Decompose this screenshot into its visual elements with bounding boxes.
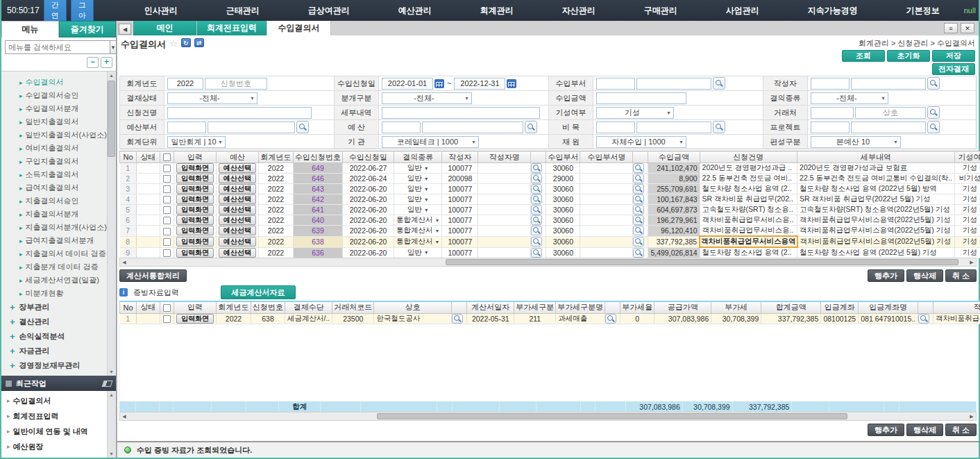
column-header-입금계좌명[interactable]: 입금계좌명 bbox=[859, 301, 918, 313]
sidebar-item-소득지출결의서[interactable]: ▸소득지출결의서 bbox=[1, 168, 116, 181]
table-row[interactable]: 7입력화면예산선택20226392022-06-20통합계산서▼10007730… bbox=[120, 226, 980, 237]
budget-select-button[interactable]: 예산선택 bbox=[219, 226, 256, 235]
sidebar-tab-favorites[interactable]: 즐겨찾기 bbox=[59, 21, 117, 37]
top-menu-item-자산관리[interactable]: 자산관리 bbox=[538, 5, 620, 17]
column-header-작성자명[interactable]: 작성자명 bbox=[478, 151, 531, 163]
column-header-blank[interactable] bbox=[633, 151, 648, 163]
sidebar-item-급여지출결의서분개[interactable]: ▸급여지출결의서분개 bbox=[1, 234, 116, 247]
column-header-신청건명[interactable]: 신청건명 bbox=[700, 151, 797, 163]
row-add-button[interactable]: 행추가 bbox=[868, 269, 904, 282]
cell-select[interactable]: 기성▼ bbox=[957, 248, 980, 258]
sidebar-item-일반지출결의서[interactable]: ▸일반지출결의서 bbox=[1, 115, 116, 128]
scrollbar-thumb[interactable] bbox=[446, 259, 959, 265]
cell-select[interactable]: 기성▼ bbox=[957, 237, 980, 247]
decision-type-select[interactable]: -전체-▼ bbox=[811, 92, 888, 104]
cell-search-button[interactable] bbox=[605, 314, 616, 324]
input-screen-button[interactable]: 입력화면 bbox=[176, 205, 214, 215]
swap-icon[interactable]: ⇄ bbox=[194, 38, 204, 47]
column-header-blank[interactable] bbox=[605, 301, 620, 313]
row-delete-button[interactable]: 행삭제 bbox=[906, 424, 943, 436]
cell-select[interactable]: 기성▼ bbox=[957, 226, 980, 235]
budget-select-button[interactable]: 예산선택 bbox=[219, 163, 256, 173]
cell-select[interactable]: 기성▼ bbox=[957, 205, 980, 215]
column-header-계산서일자[interactable]: 계산서일자 bbox=[467, 301, 514, 313]
sidebar-item-구입지출결의서[interactable]: ▸구입지출결의서 bbox=[1, 155, 116, 168]
recent-item-예산원장[interactable]: ▸예산원장 bbox=[1, 439, 116, 454]
sidebar-item-지출결의서분개[interactable]: ▸지출결의서분개 bbox=[1, 208, 116, 221]
row-checkbox[interactable] bbox=[163, 249, 171, 257]
cell-search-button[interactable] bbox=[633, 205, 644, 215]
column-header-신청번호[interactable]: 신청번호 bbox=[251, 301, 285, 313]
cell-search-button[interactable] bbox=[633, 237, 644, 247]
column-header-수입부서[interactable]: 수입부서 bbox=[546, 151, 580, 163]
cell-search-button[interactable] bbox=[531, 205, 542, 215]
tab-회계전표입력[interactable]: 회계전표입력 bbox=[197, 21, 267, 35]
row-checkbox[interactable] bbox=[163, 165, 171, 172]
column-header-No[interactable]: No bbox=[120, 301, 137, 313]
scroll-down-icon[interactable]: ▼ bbox=[108, 450, 115, 458]
project-search-button[interactable] bbox=[927, 121, 940, 133]
cell-select[interactable]: 비기성▼ bbox=[957, 174, 980, 183]
menu-search-dropdown-button[interactable]: ▼ bbox=[110, 40, 117, 54]
budget-select-button[interactable]: 예산선택 bbox=[219, 248, 256, 258]
table-row[interactable]: 6입력화면예산선택20226402022-06-20통합계산서▼10007730… bbox=[120, 215, 980, 226]
sidebar-item-지출결의서 데이터 검증[interactable]: ▸지출결의서 데이터 검증 bbox=[1, 247, 116, 260]
sidebar-item-지출분개 데이터 검증[interactable]: ▸지출분개 데이터 검증 bbox=[1, 260, 116, 274]
budget-code-input[interactable] bbox=[382, 122, 421, 133]
income-dept-code-input[interactable] bbox=[596, 78, 635, 90]
cell-select[interactable]: 기성▼ bbox=[957, 215, 980, 225]
request-title-input[interactable] bbox=[167, 107, 312, 119]
cell-select[interactable]: 일반▼ bbox=[396, 184, 439, 194]
cell-select[interactable]: 통합계산서▼ bbox=[396, 226, 439, 235]
top-menu-item-구매관리[interactable]: 구매관리 bbox=[620, 5, 702, 17]
scrollbar-thumb[interactable] bbox=[108, 81, 115, 157]
sidebar-group-손익실적분석[interactable]: +손익실적분석 bbox=[1, 329, 116, 344]
sidebar-item-지출결의서승인[interactable]: ▸지출결의서승인 bbox=[1, 194, 116, 208]
window-close-button[interactable]: ✕ bbox=[961, 23, 974, 33]
input-screen-button[interactable]: 입력화면 bbox=[176, 194, 214, 204]
tree-scrollbar[interactable]: ▲▼ bbox=[107, 72, 116, 376]
cancel-button[interactable]: 취 소 bbox=[945, 424, 977, 436]
row-checkbox[interactable] bbox=[163, 217, 171, 224]
sidebar-item-수입결의서분개[interactable]: ▸수입결의서분개 bbox=[1, 102, 116, 115]
scroll-left-icon[interactable]: ◀ bbox=[120, 412, 128, 420]
cell-search-button[interactable] bbox=[633, 194, 644, 204]
reset-button[interactable]: 초기화 bbox=[887, 50, 930, 62]
column-header-회계년도[interactable]: 회계년도 bbox=[217, 301, 251, 313]
tab-메인[interactable]: 메인 bbox=[133, 21, 197, 35]
sidebar-item-세금계산서연결(일괄)[interactable]: ▸세금계산서연결(일괄) bbox=[1, 274, 116, 287]
row-checkbox[interactable] bbox=[163, 315, 171, 323]
column-header-세부내역[interactable]: 세부내역 bbox=[797, 151, 955, 163]
top-menu-item-근태관리[interactable]: 근태관리 bbox=[202, 5, 284, 17]
cell-select[interactable]: 기성▼ bbox=[957, 163, 980, 173]
sidebar-group-자금관리[interactable]: +자금관리 bbox=[1, 344, 116, 358]
cell-select[interactable]: 통합계산서▼ bbox=[396, 215, 439, 225]
scroll-left-icon[interactable]: ◀ bbox=[120, 258, 128, 266]
budget-class-select[interactable]: 본예산 10▼ bbox=[811, 136, 901, 148]
input-screen-button[interactable]: 입력화면 bbox=[176, 248, 214, 258]
calendar-icon[interactable] bbox=[507, 79, 516, 88]
row-checkbox[interactable] bbox=[163, 206, 171, 214]
sidebar-item-급여지출결의서[interactable]: ▸급여지출결의서 bbox=[1, 181, 116, 194]
column-header-회계년도[interactable]: 회계년도 bbox=[259, 151, 294, 163]
column-header-적요[interactable]: 적요 bbox=[933, 301, 980, 313]
top-menu-item-인사관리[interactable]: 인사관리 bbox=[120, 5, 202, 17]
top-menu-item-기본정보[interactable]: 기본정보 bbox=[882, 5, 964, 17]
sidebar-group-장부관리[interactable]: +장부관리 bbox=[1, 300, 116, 315]
income-dept-name-input[interactable] bbox=[636, 78, 711, 90]
tab-수입결의서[interactable]: 수입결의서 bbox=[267, 21, 331, 35]
sidebar-group-경영정보재무관리[interactable]: +경영정보재무관리 bbox=[1, 358, 116, 373]
column-header-입력[interactable]: 입력 bbox=[174, 151, 217, 163]
cancel-button[interactable]: 취 소 bbox=[945, 269, 977, 282]
cell-select[interactable]: 일반▼ bbox=[396, 205, 439, 215]
cell-search-button[interactable] bbox=[531, 237, 542, 247]
income-amount-input[interactable] bbox=[596, 92, 686, 104]
cell-search-button[interactable] bbox=[633, 226, 644, 235]
cell-search-button[interactable] bbox=[633, 174, 644, 183]
top-menu-item-사업관리[interactable]: 사업관리 bbox=[702, 5, 784, 17]
save-button[interactable]: 저장 bbox=[932, 50, 975, 62]
row-checkbox[interactable] bbox=[163, 196, 171, 203]
bimok-code-input[interactable] bbox=[596, 122, 635, 133]
cell-search-button[interactable] bbox=[633, 184, 644, 194]
budget-select-button[interactable]: 예산선택 bbox=[219, 215, 256, 225]
